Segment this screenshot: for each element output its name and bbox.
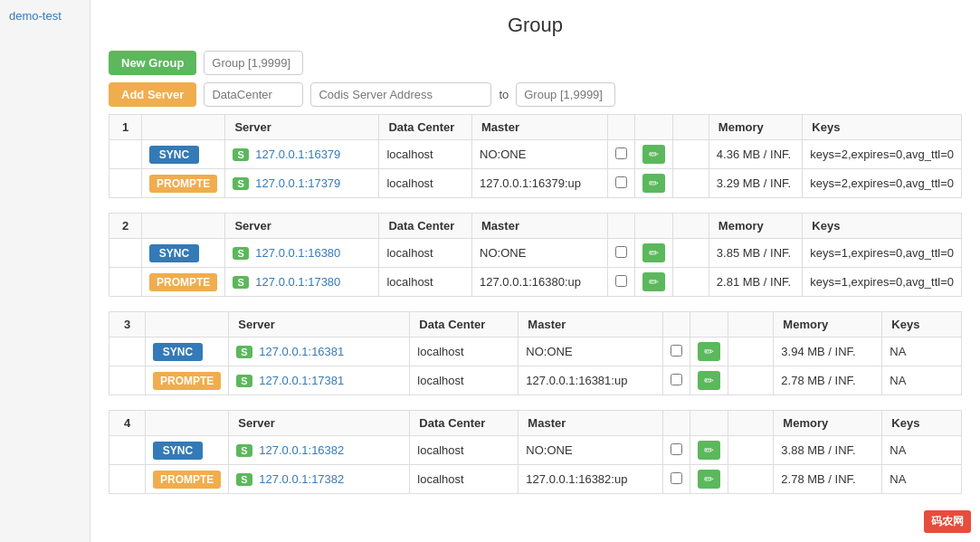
- row-checkbox-1-0[interactable]: [615, 246, 627, 258]
- memory-cell-3-0: 3.88 MB / INF.: [774, 436, 882, 465]
- new-group-button[interactable]: New Group: [109, 51, 196, 75]
- edit-cell-0-1: ✏: [634, 169, 672, 198]
- prompte-button-2-1[interactable]: PROMPTE: [153, 372, 221, 390]
- checkbox-cell-0-1: [607, 169, 634, 198]
- spacer-cell-3-1: [728, 465, 774, 494]
- datacenter-input[interactable]: [204, 82, 303, 107]
- group-num-header-2: 2: [109, 214, 142, 239]
- group-num-header-4: 4: [109, 411, 146, 436]
- new-group-input[interactable]: [204, 51, 303, 75]
- action-btn-cell-0-0: SYNC: [142, 140, 225, 169]
- table-row: SYNC S 127.0.0.1:16381 localhost NO:ONE …: [109, 338, 962, 366]
- server-badge-2-0: S: [236, 346, 252, 358]
- col-server-header-1: Server: [225, 115, 379, 140]
- checkbox-cell-3-1: [663, 465, 690, 494]
- group-table-3: 3 Server Data Center Master Memory Keys …: [109, 311, 962, 395]
- col-memory-header-1: Memory: [709, 115, 803, 140]
- dc-cell-0-1: localhost: [379, 169, 472, 198]
- action-cell-3-1: [109, 465, 146, 494]
- edit-cell-1-1: ✏: [634, 268, 672, 297]
- prompte-button-0-1[interactable]: PROMPTE: [149, 175, 217, 193]
- server-link-1-1[interactable]: 127.0.0.1:17380: [255, 275, 340, 289]
- table-row: SYNC S 127.0.0.1:16379 localhost NO:ONE …: [109, 140, 962, 169]
- col-dc-header-3: Data Center: [410, 312, 519, 338]
- memory-cell-1-0: 3.85 MB / INF.: [709, 239, 803, 268]
- edit-button-0-0[interactable]: ✏: [642, 145, 665, 164]
- sidebar: demo-test: [0, 0, 90, 522]
- row-checkbox-2-1[interactable]: [671, 374, 682, 385]
- col-master-header-1: Master: [472, 115, 608, 140]
- memory-cell-0-0: 4.36 MB / INF.: [709, 140, 803, 169]
- edit-cell-3-1: ✏: [690, 465, 728, 494]
- col-action-header-1: [142, 115, 225, 140]
- keys-cell-2-1: NA: [882, 366, 962, 395]
- row-checkbox-2-0[interactable]: [671, 345, 682, 357]
- edit-button-2-0[interactable]: ✏: [698, 342, 720, 361]
- server-link-0-1[interactable]: 127.0.0.1:17379: [255, 176, 340, 190]
- server-link-0-0[interactable]: 127.0.0.1:16379: [255, 147, 340, 161]
- keys-cell-0-0: keys=2,expires=0,avg_ttl=0: [803, 140, 962, 169]
- dc-cell-3-0: localhost: [410, 436, 519, 465]
- dc-cell-0-0: localhost: [379, 140, 472, 169]
- prompte-button-1-1[interactable]: PROMPTE: [149, 273, 217, 291]
- codis-address-input[interactable]: [310, 82, 491, 107]
- col-chk-header-4: [663, 411, 690, 436]
- edit-button-3-0[interactable]: ✏: [698, 441, 720, 460]
- main-content: Group New Group Add Server to 1 Server D…: [90, 0, 980, 522]
- action-btn-cell-1-1: PROMPTE: [142, 268, 225, 297]
- server-link-2-1[interactable]: 127.0.0.1:17381: [259, 374, 344, 387]
- sync-button-2-0[interactable]: SYNC: [153, 343, 203, 361]
- server-link-3-1[interactable]: 127.0.0.1:17382: [259, 472, 344, 486]
- col-action-header-2: [142, 214, 225, 239]
- add-server-button[interactable]: Add Server: [109, 82, 196, 107]
- action-btn-cell-2-1: PROMPTE: [146, 366, 229, 395]
- action-cell-2-1: [109, 366, 146, 395]
- row-checkbox-3-0[interactable]: [671, 443, 682, 455]
- checkbox-cell-3-0: [663, 436, 690, 465]
- prompte-button-3-1[interactable]: PROMPTE: [153, 471, 221, 489]
- col-keys-header-1: Keys: [803, 115, 962, 140]
- col-server-header-2: Server: [225, 214, 379, 239]
- spacer-cell-0-0: [672, 140, 709, 169]
- edit-button-1-0[interactable]: ✏: [642, 243, 665, 262]
- server-link-1-0[interactable]: 127.0.0.1:16380: [255, 246, 340, 260]
- table-row: PROMPTE S 127.0.0.1:17379 localhost 127.…: [109, 169, 962, 198]
- col-memory-header-2: Memory: [709, 214, 803, 239]
- sync-button-3-0[interactable]: SYNC: [153, 442, 203, 460]
- edit-button-2-1[interactable]: ✏: [698, 371, 720, 390]
- sidebar-link-demo-test[interactable]: demo-test: [9, 9, 62, 23]
- server-link-3-0[interactable]: 127.0.0.1:16382: [259, 443, 344, 457]
- col-server-header-3: Server: [229, 312, 410, 338]
- memory-cell-3-1: 2.78 MB / INF.: [774, 465, 882, 494]
- table-row: PROMPTE S 127.0.0.1:17382 localhost 127.…: [109, 465, 962, 494]
- edit-button-3-1[interactable]: ✏: [698, 470, 720, 489]
- table-row: SYNC S 127.0.0.1:16382 localhost NO:ONE …: [109, 436, 962, 465]
- row-checkbox-3-1[interactable]: [671, 472, 682, 484]
- memory-cell-1-1: 2.81 MB / INF.: [709, 268, 803, 297]
- server-cell-1-0: S 127.0.0.1:16380: [225, 239, 379, 268]
- table-row: SYNC S 127.0.0.1:16380 localhost NO:ONE …: [109, 239, 962, 268]
- action-cell-1-0: [109, 239, 142, 268]
- master-cell-0-1: 127.0.0.1:16379:up: [472, 169, 608, 198]
- row-checkbox-0-0[interactable]: [615, 147, 627, 159]
- col-edit-header-1: [634, 115, 672, 140]
- checkbox-cell-1-1: [607, 268, 634, 297]
- action-cell-0-0: [109, 140, 142, 169]
- edit-button-0-1[interactable]: ✏: [642, 174, 665, 193]
- row-checkbox-0-1[interactable]: [615, 176, 627, 188]
- edit-cell-2-1: ✏: [690, 366, 728, 395]
- sync-button-1-0[interactable]: SYNC: [149, 244, 199, 262]
- memory-cell-2-1: 2.78 MB / INF.: [774, 366, 882, 395]
- keys-cell-3-1: NA: [882, 465, 962, 494]
- row-checkbox-1-1[interactable]: [615, 275, 627, 287]
- edit-button-1-1[interactable]: ✏: [642, 272, 665, 291]
- server-badge-0-0: S: [233, 148, 248, 161]
- col-action-header-3: [146, 312, 229, 338]
- group-to-input[interactable]: [516, 82, 615, 107]
- col-edit-header-3: [690, 312, 728, 338]
- action-btn-cell-3-0: SYNC: [146, 436, 229, 465]
- action-btn-cell-1-0: SYNC: [142, 239, 225, 268]
- action-cell-3-0: [109, 436, 146, 465]
- sync-button-0-0[interactable]: SYNC: [149, 146, 199, 164]
- server-link-2-0[interactable]: 127.0.0.1:16381: [259, 345, 344, 358]
